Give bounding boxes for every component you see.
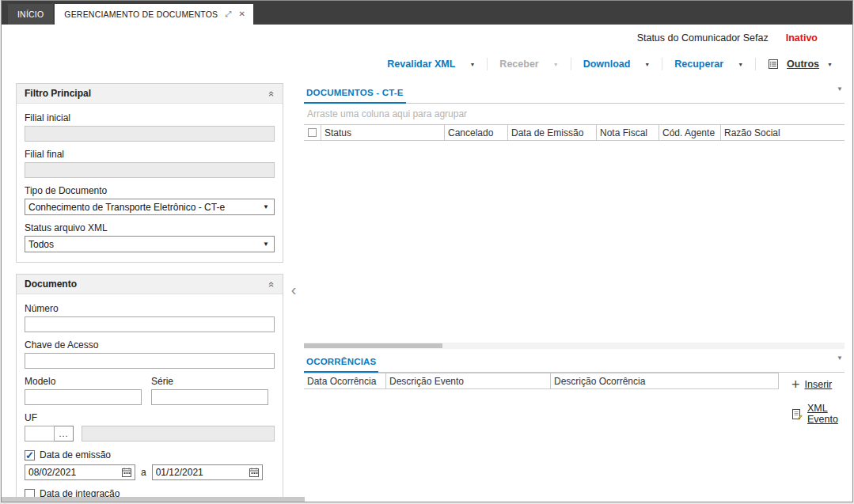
column-header-nota-fiscal[interactable]: Nota Fiscal [597,125,659,140]
column-header-data-de-emissao[interactable]: Data de Emissão [508,125,597,140]
inserir-button[interactable]: + Inserir [791,379,832,390]
uf-input[interactable] [25,426,55,441]
documento-header[interactable]: Documento « [17,275,283,294]
toolbar: Revalidar XML ▼ Receber ▼ Download ▼ Rec… [2,51,852,77]
data-emissao-checkbox[interactable] [25,450,35,460]
tipo-documento-label: Tipo de Documento [25,185,275,196]
tab-active-label: GERENCIAMENTO DE DOCUMENTOS [64,9,218,19]
modelo-label: Modelo [25,376,142,387]
select-all-checkbox[interactable] [308,128,317,137]
sidebar-collapse-column: ‹ [283,77,304,502]
chevron-down-icon[interactable]: ▼ [469,62,475,67]
uf-description-input [82,426,275,441]
filtro-principal-header[interactable]: Filtro Principal « [17,84,283,104]
chave-acesso-label: Chave de Acesso [25,339,275,351]
collapse-up-icon[interactable]: « [266,90,278,96]
numero-label: Número [25,303,275,314]
column-header-descricao-ocorrencia[interactable]: Descrição Ocorrência [551,373,779,388]
modelo-input[interactable] [25,389,142,405]
ocorrencias-tabs: OCORRÊNCIAS ▼ [304,352,845,373]
uf-label: UF [25,412,275,423]
tab-ocorrencias[interactable]: OCORRÊNCIAS [304,357,378,373]
documento-panel: Documento « Número Chave de Acesso Model… [16,274,283,502]
select-all-cell [304,125,321,140]
xml-document-icon [791,408,803,420]
filial-inicial-label: Filial inicial [25,112,275,123]
tab-documentos-cte[interactable]: DOCUMENTOS - CT-E [304,88,406,104]
filial-final-label: Filial final [25,149,275,160]
close-icon[interactable]: ✕ [239,10,246,18]
column-header-cod-agente[interactable]: Cód. Agente [659,125,721,140]
status-arquivo-xml-select[interactable]: Todos ▼ [25,236,275,252]
chevron-down-icon[interactable]: ▼ [827,62,833,67]
grid-options-caret-icon[interactable]: ▼ [837,85,843,93]
documentos-hscroll-track [304,343,845,349]
content: Filtro Principal « Filial inicial Filial… [2,77,852,502]
ocorrencias-table: Data Ocorrência Descrição Evento Descriç… [304,373,779,484]
tab-inicio[interactable]: INÍCIO [8,4,53,25]
chave-acesso-input[interactable] [25,353,275,369]
date-range-separator: a [141,467,146,478]
receber-button: Receber ▼ [488,59,570,70]
ocorrencias-table-body [304,389,779,484]
recuperar-button[interactable]: Recuperar ▼ [662,59,755,70]
documento-title: Documento [25,279,77,290]
sefaz-status-label: Status do Comunicador Sefaz [637,32,769,44]
tipo-documento-value: Conhecimento de Transporte Eletrônico - … [28,202,225,213]
data-emissao-to-input[interactable]: 01/12/2021 [152,464,263,480]
data-emissao-to-value: 01/12/2021 [156,467,203,478]
chevron-down-icon[interactable]: ▼ [644,62,650,67]
group-by-drop-zone: Arraste uma coluna aqui para agrupar [304,104,845,124]
ocorrencias-section: OCORRÊNCIAS ▼ Data Ocorrência Descrição … [304,352,845,484]
download-button[interactable]: Download ▼ [571,59,662,70]
documentos-hscroll-thumb[interactable] [304,343,442,348]
numero-input[interactable] [25,316,275,332]
documentos-table-header: Status Cancelado Data de Emissão Nota Fi… [304,124,845,141]
revalidar-xml-button[interactable]: Revalidar XML ▼ [375,59,487,70]
chevron-down-icon: ▼ [263,241,269,248]
collapse-up-icon[interactable]: « [266,281,278,286]
column-header-status[interactable]: Status [321,125,445,140]
chevron-down-icon[interactable]: ▼ [738,62,743,67]
column-header-razao-social[interactable]: Razão Social [721,125,845,140]
sefaz-status-badge: Inativo [786,32,818,44]
outros-button[interactable]: Outros ▼ [756,59,845,70]
data-emissao-label: Data de emissão [40,449,111,460]
grid-options-caret-icon[interactable]: ▼ [837,354,843,362]
plus-icon: + [791,379,800,390]
serie-input[interactable] [151,389,268,405]
documentos-tabs: DOCUMENTOS - CT-E ▼ [304,83,845,104]
inserir-label: Inserir [805,379,833,390]
xml-evento-button[interactable]: XML Evento [791,403,845,425]
column-header-descricao-evento[interactable]: Descrição Evento [386,373,551,388]
documentos-table-body [304,141,845,343]
tab-gerenciamento-de-documentos[interactable]: GERENCIAMENTO DE DOCUMENTOS ⤢ ✕ [55,4,253,25]
filial-inicial-input [25,126,275,142]
uf-lookup-button[interactable]: ... [55,426,74,441]
column-header-data-ocorrencia[interactable]: Data Ocorrência [304,373,386,388]
titlebar: INÍCIO GERENCIAMENTO DE DOCUMENTOS ⤢ ✕ [2,1,852,25]
data-emissao-from-input[interactable]: 08/02/2021 [25,464,135,480]
popout-icon[interactable]: ⤢ [225,10,231,18]
revalidar-xml-label: Revalidar XML [387,59,455,70]
chevron-down-icon: ▼ [553,62,559,67]
main-area: DOCUMENTOS - CT-E ▼ Arraste uma coluna a… [304,77,852,502]
recuperar-label: Recuperar [674,59,723,70]
status-arquivo-xml-value: Todos [28,239,54,250]
filtro-principal-title: Filtro Principal [25,88,91,99]
outros-label: Outros [787,59,819,70]
data-emissao-from-value: 08/02/2021 [28,467,76,478]
sidebar-hscroll-thumb[interactable] [2,497,305,502]
receber-label: Receber [499,59,538,70]
column-header-cancelado[interactable]: Cancelado [445,125,508,140]
serie-label: Série [151,376,268,387]
app-window: INÍCIO GERENCIAMENTO DE DOCUMENTOS ⤢ ✕ S… [1,0,853,502]
calendar-icon[interactable] [122,468,131,477]
documentos-section: DOCUMENTOS - CT-E ▼ Arraste uma coluna a… [304,83,845,349]
calendar-icon[interactable] [249,468,259,477]
filial-final-input [25,162,275,178]
tipo-documento-select[interactable]: Conhecimento de Transporte Eletrônico - … [25,199,275,215]
collapse-sidebar-button[interactable]: ‹ [291,282,297,297]
list-menu-icon [768,59,779,70]
ocorrencias-table-header: Data Ocorrência Descrição Evento Descriç… [304,373,779,389]
